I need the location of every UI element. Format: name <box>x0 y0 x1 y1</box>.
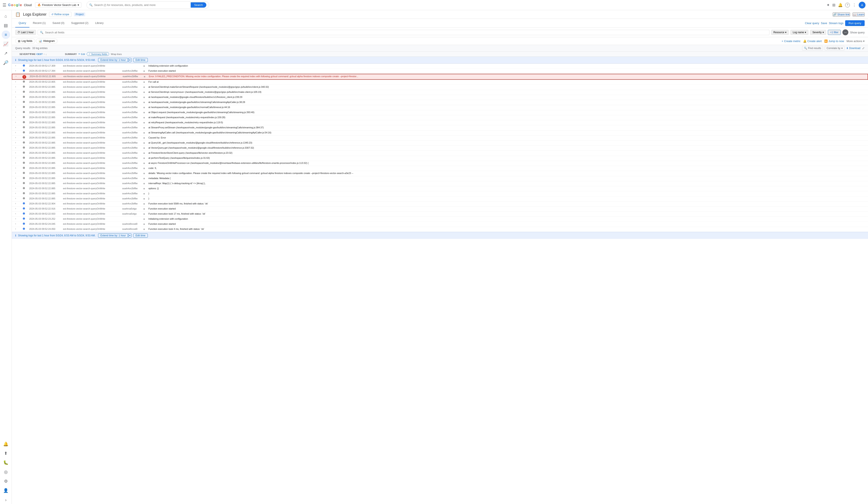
user-avatar[interactable]: A <box>859 2 866 9</box>
expand-arrow[interactable]: › <box>15 111 19 113</box>
dark-circle-btn[interactable]: — <box>843 29 848 35</box>
run-query-button[interactable]: Run query <box>845 20 865 26</box>
log-row[interactable]: ›2024-05-03 09:52:22.885ext-firestore-ve… <box>12 100 868 105</box>
learn-button[interactable]: 📖 Learn <box>852 12 865 17</box>
expand-arrow[interactable]: › <box>15 121 19 123</box>
project-selector[interactable]: 🔥 Firestore Vector Search Lab ▾ <box>35 2 81 8</box>
wrap-lines-button[interactable]: Wrap lines <box>111 53 122 55</box>
log-row[interactable]: ›2024-05-03 09:52:17.309ext-firestore-ve… <box>12 64 868 69</box>
jump-to-now-button[interactable]: ⏩ Jump to now <box>824 40 844 43</box>
download-button[interactable]: ⬇ Download <box>846 47 860 50</box>
log-row[interactable]: ›2024-05-03 09:52:22.885ext-firestore-ve… <box>12 110 868 115</box>
expand-arrow[interactable]: › <box>15 80 19 83</box>
row-expand-icon[interactable]: ≡ <box>143 64 148 68</box>
expand-arrow[interactable]: › <box>15 131 19 134</box>
edit-summary-button[interactable]: ✏ Edit <box>79 53 85 55</box>
row-expand-icon[interactable]: ≡ <box>143 207 148 210</box>
row-expand-icon[interactable]: ≡ <box>143 95 148 99</box>
expand-arrow[interactable]: › <box>16 75 19 78</box>
tab-recent[interactable]: Recent (1) <box>29 19 49 28</box>
row-expand-icon[interactable]: ≡ <box>143 80 148 84</box>
row-expand-icon[interactable]: ≡ <box>143 197 148 200</box>
save-button[interactable]: Save <box>821 22 827 25</box>
log-row[interactable]: ›2024-05-03 09:52:22.885ext-firestore-ve… <box>12 161 868 166</box>
row-expand-icon[interactable]: ≡ <box>143 111 148 114</box>
log-row[interactable]: ›2024-05-03 09:52:22.916ext-firestore-ve… <box>12 207 868 212</box>
expand-arrow[interactable]: › <box>15 105 19 108</box>
stream-logs-button[interactable]: Stream logs <box>829 22 844 25</box>
expand-arrow[interactable]: › <box>15 217 19 220</box>
tab-saved[interactable]: Saved (0) <box>49 19 68 28</box>
log-row[interactable]: ›2024-05-03 09:52:22.885ext-firestore-ve… <box>12 151 868 156</box>
show-query-button[interactable]: Show query <box>850 31 865 34</box>
log-fields-toggle[interactable]: ▤ Log fields <box>15 39 35 43</box>
time-range-button[interactable]: ⏱ Last 1 hour <box>15 30 36 35</box>
help-icon[interactable]: ? <box>845 3 850 7</box>
expand-arrow[interactable]: › <box>15 161 19 164</box>
clear-query-button[interactable]: Clear query <box>805 22 819 25</box>
share-link-button[interactable]: 🔗 Share link <box>833 12 850 17</box>
find-in-results-button[interactable]: 🔍 Find results <box>802 46 823 51</box>
expand-arrow[interactable]: › <box>15 85 19 88</box>
log-row[interactable]: ›2024-05-03 09:52:22.885ext-firestore-ve… <box>12 181 868 186</box>
more-actions-button[interactable]: More actions ▾ <box>847 40 865 43</box>
row-expand-icon[interactable]: ≡ <box>143 105 148 109</box>
log-row[interactable]: ›2024-05-03 09:52:22.885ext-firestore-ve… <box>12 131 868 135</box>
global-search-button[interactable]: Search <box>191 2 206 8</box>
expand-arrow[interactable]: › <box>15 146 19 149</box>
sort-up-icon[interactable]: ↑ <box>43 53 45 55</box>
expand-arrow[interactable]: › <box>15 212 19 215</box>
row-expand-icon[interactable]: ≡ <box>143 187 148 190</box>
row-expand-icon[interactable]: ≡ <box>143 131 148 134</box>
expand-arrow[interactable]: › <box>15 156 19 159</box>
expand-arrow[interactable]: › <box>15 126 19 128</box>
log-row[interactable]: ›2024-05-03 09:52:24.045ext-firestore-ve… <box>12 222 868 227</box>
log-row[interactable]: ›2024-05-03 09:52:22.885ext-firestore-ve… <box>12 90 868 95</box>
log-row[interactable]: ›2024-05-03 09:52:22.885ext-firestore-ve… <box>12 85 868 90</box>
hamburger-icon[interactable]: ☰ <box>2 2 6 8</box>
more-icon[interactable]: ⋮ <box>852 3 856 7</box>
row-expand-icon[interactable]: ≡ <box>143 161 148 165</box>
row-expand-icon[interactable]: ≡ <box>143 192 148 195</box>
expand-view-button[interactable]: ⤢ <box>862 47 865 50</box>
row-expand-icon[interactable]: ≡ <box>143 69 148 73</box>
log-row[interactable]: ›2024-05-03 09:52:22.885ext-firestore-ve… <box>12 186 868 191</box>
sidebar-icon-search[interactable]: 🔎 <box>2 58 10 67</box>
create-metric-button[interactable]: + Create metric <box>782 40 800 43</box>
log-row[interactable]: ›2024-05-03 09:52:22.885ext-firestore-ve… <box>12 196 868 202</box>
sidebar-expand[interactable]: › <box>2 495 10 504</box>
expand-arrow[interactable]: › <box>15 227 19 230</box>
row-expand-icon[interactable]: ≡ <box>143 212 148 216</box>
global-search-input[interactable] <box>94 3 191 7</box>
log-row[interactable]: ›2024-05-03 09:52:22.885ext-firestore-ve… <box>12 95 868 100</box>
row-expand-icon[interactable]: ≡ <box>143 116 148 119</box>
refine-scope-button[interactable]: ↺ Refine scope <box>49 12 71 17</box>
row-expand-icon[interactable]: ≡ <box>143 90 148 94</box>
log-row[interactable]: ›2024-05-03 09:52:22.885ext-firestore-ve… <box>12 125 868 131</box>
expand-arrow[interactable]: › <box>15 166 19 169</box>
log-row[interactable]: ›2024-05-03 09:52:22.885ext-firestore-ve… <box>12 171 868 176</box>
create-alert-button[interactable]: 🔔 Create alert <box>803 40 822 43</box>
expand-arrow[interactable]: › <box>15 64 19 67</box>
severity-filter-button[interactable]: Severity ▾ <box>810 30 826 35</box>
row-expand-icon[interactable]: ≡ <box>143 227 148 231</box>
sidebar-icon-alerts[interactable]: 🔔 <box>2 440 10 448</box>
row-expand-icon[interactable]: ≡ <box>143 136 148 140</box>
expand-arrow[interactable]: › <box>15 172 19 174</box>
log-row[interactable]: ›2024-05-03 09:52:22.885ext-firestore-ve… <box>12 191 868 196</box>
histogram-toggle[interactable]: 📊 Histogram <box>36 39 58 43</box>
expand-arrow[interactable]: › <box>15 69 19 72</box>
log-row[interactable]: ›!2024-05-03 09:52:22.805ext-firestore-v… <box>12 74 868 80</box>
row-expand-icon[interactable]: ≡ <box>143 202 148 205</box>
sidebar-icon-debugger[interactable]: 🐛 <box>2 458 10 467</box>
sidebar-icon-metrics[interactable]: 📈 <box>2 40 10 48</box>
row-expand-icon[interactable]: ≡ <box>143 156 148 160</box>
row-expand-icon[interactable]: ≡ <box>143 121 148 124</box>
log-row[interactable]: ›2024-05-03 09:52:22.933ext-firestore-ve… <box>12 212 868 217</box>
sidebar-icon-logs[interactable]: ≡ <box>2 30 10 39</box>
log-search-input[interactable] <box>45 31 767 34</box>
row-expand-icon[interactable]: ≡ <box>143 217 148 221</box>
log-row[interactable]: ›2024-05-03 09:52:22.885ext-firestore-ve… <box>12 141 868 146</box>
log-row[interactable]: ›2024-05-03 09:52:22.885ext-firestore-ve… <box>12 176 868 181</box>
tab-query[interactable]: Query <box>15 19 29 28</box>
